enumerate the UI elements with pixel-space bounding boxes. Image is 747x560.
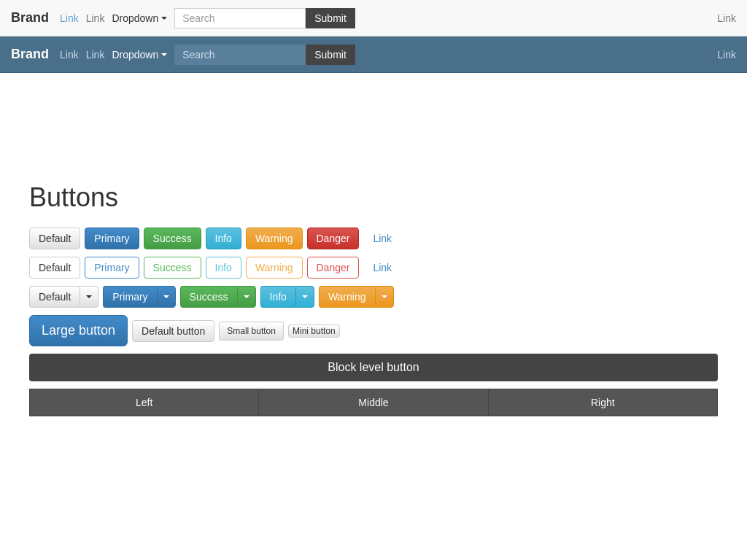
btn-success[interactable]: Success [144,228,201,249]
navbar1-search-input[interactable] [174,8,306,28]
btn-success-outline[interactable]: Success [144,257,201,279]
navbar2-submit-button[interactable]: Submit [306,44,355,65]
btn-link-outline[interactable]: Link [363,257,401,279]
navbar1-search-form: Submit [174,8,355,28]
split-btn-success[interactable]: Success [180,286,237,308]
split-btn-primary[interactable]: Primary [103,286,156,308]
split-btn-default[interactable]: Default [29,286,80,308]
btn-danger-outline[interactable]: Danger [307,257,360,279]
split-group-default: Default [29,286,98,308]
main-content: Buttons Default Primary Success Info War… [0,73,747,431]
btn-block[interactable]: Block level button [29,354,718,381]
section-title: Buttons [29,182,718,213]
btn-link[interactable]: Link [363,228,401,249]
btn-warning[interactable]: Warning [246,228,303,249]
btn-info[interactable]: Info [206,228,241,249]
caret-arrow-success-icon [244,295,249,298]
split-group-warning: Warning [319,286,394,308]
button-toolbar: Left Middle Right [29,389,718,416]
toolbar-left[interactable]: Left [29,389,258,416]
split-caret-success[interactable] [237,286,256,308]
split-caret-primary[interactable] [157,286,176,308]
btn-default-size[interactable]: Default button [132,320,214,342]
navbar1-link2[interactable]: Link [86,12,105,24]
button-row-filled: Default Primary Success Info Warning Dan… [29,228,718,249]
btn-mini[interactable]: Mini button [288,324,340,338]
caret-arrow-warning-icon [382,295,387,298]
button-row-outline: Default Primary Success Info Warning Dan… [29,257,718,279]
btn-small[interactable]: Small button [219,322,284,341]
split-group-primary: Primary [103,286,175,308]
button-row-split: Default Primary Success Info Warning [29,286,718,308]
caret-arrow-default-icon [86,295,92,298]
split-btn-warning[interactable]: Warning [319,286,375,308]
btn-danger[interactable]: Danger [307,228,360,249]
navbar1-submit-button[interactable]: Submit [306,8,355,28]
navbar2-dropdown[interactable]: Dropdown [112,49,167,61]
navbar1-right-link[interactable]: Link [717,12,736,24]
navbar1-link1[interactable]: Link [60,12,79,24]
caret-arrow-primary-icon [163,295,169,298]
navbar2-search-input[interactable] [174,44,306,65]
button-row-sizes: Large button Default button Small button… [29,315,718,346]
split-caret-default[interactable] [80,286,98,308]
btn-default-outline[interactable]: Default [29,257,80,279]
dropdown-caret-icon-2 [161,53,167,56]
split-caret-info[interactable] [295,286,314,308]
navbar2-link2[interactable]: Link [86,49,105,61]
split-btn-info[interactable]: Info [260,286,295,308]
navbar2-link1[interactable]: Link [60,49,79,61]
navbar1-dropdown[interactable]: Dropdown [112,12,167,24]
navbar1-brand[interactable]: Brand [11,10,49,26]
btn-primary[interactable]: Primary [85,228,139,249]
navbar2-brand[interactable]: Brand [11,47,49,62]
navbar2-right-link[interactable]: Link [717,49,736,61]
toolbar-middle[interactable]: Middle [258,389,487,416]
btn-info-outline[interactable]: Info [206,257,241,279]
dropdown-caret-icon [161,17,167,20]
navbar-default: Brand Link Link Dropdown Submit Link [0,0,747,36]
btn-default[interactable]: Default [29,228,80,249]
split-group-info: Info [260,286,314,308]
toolbar-right[interactable]: Right [488,389,718,416]
btn-warning-outline[interactable]: Warning [246,257,303,279]
split-caret-warning[interactable] [375,286,394,308]
navbar2-search-form: Submit [174,44,355,65]
caret-arrow-info-icon [302,295,308,298]
btn-large[interactable]: Large button [29,315,128,346]
navbar-primary: Brand Link Link Dropdown Submit Link [0,36,747,73]
btn-primary-outline[interactable]: Primary [85,257,139,279]
split-group-success: Success [180,286,256,308]
